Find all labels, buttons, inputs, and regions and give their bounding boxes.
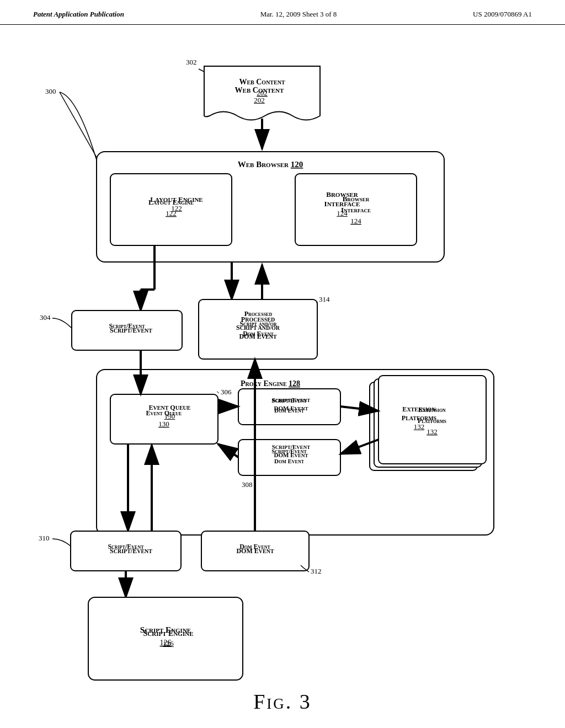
script-event-dom2-box: SCRIPT/EVENTDOM EVENT: [243, 433, 339, 469]
script-engine-box: SCRIPT ENGINE 126: [97, 598, 240, 678]
script-event-304-box: SCRIPT/EVENT: [80, 312, 182, 350]
dom-event-box: DOM EVENT: [204, 532, 306, 571]
svg-text:300: 300: [45, 87, 56, 95]
event-queue-number: 130: [164, 412, 175, 421]
browser-interface-box: BROWSERINTERFACE 124: [287, 171, 397, 237]
svg-text:Fig. 3: Fig. 3: [253, 690, 312, 713]
script-engine-number: 126: [163, 639, 174, 648]
script-event-dom1-box: SCRIPT/EVENTDOM EVENT: [243, 386, 339, 422]
layout-engine-box: LAYOUT ENGINE 122: [121, 171, 232, 237]
event-queue-box: EVENT QUEUE 130: [119, 389, 221, 436]
processed-script-box: PROCESSEDSCRIPT AND/ORDOM EVENT: [204, 301, 312, 356]
full-diagram-svg: Web Content 202 302 Web Browser 120 Layo…: [0, 30, 565, 728]
svg-text:Web Browser 120: Web Browser 120: [238, 160, 303, 169]
web-content-box: WEB CONTENT 202: [204, 69, 315, 121]
header-patent: US 2009/070869 A1: [473, 10, 532, 19]
web-content-label: WEB CONTENT: [235, 85, 284, 95]
svg-text:306: 306: [221, 388, 232, 396]
svg-line-42: [199, 69, 204, 72]
svg-text:308: 308: [242, 480, 253, 489]
layout-engine-number: 122: [171, 204, 182, 213]
header-publication: Patent Application Publication: [33, 10, 124, 19]
svg-text:312: 312: [311, 567, 322, 575]
svg-text:310: 310: [39, 534, 50, 542]
svg-text:314: 314: [319, 295, 330, 303]
full-diagram-container: Web Content 202 302 Web Browser 120 Layo…: [0, 30, 565, 728]
svg-line-54: [60, 92, 97, 157]
browser-interface-number: 124: [337, 209, 348, 218]
svg-text:302: 302: [186, 58, 197, 66]
script-event-310-box: SCRIPT/EVENT: [80, 532, 182, 571]
extension-platforms-box: EXTENSIONPLATFORMS 132: [365, 376, 473, 461]
web-content-number: 202: [254, 96, 265, 105]
page-header: Patent Application Publication Mar. 12, …: [0, 0, 565, 25]
header-date: Mar. 12, 2009 Sheet 3 of 8: [260, 10, 337, 19]
extension-platforms-number: 132: [414, 422, 425, 431]
svg-text:304: 304: [40, 313, 51, 322]
